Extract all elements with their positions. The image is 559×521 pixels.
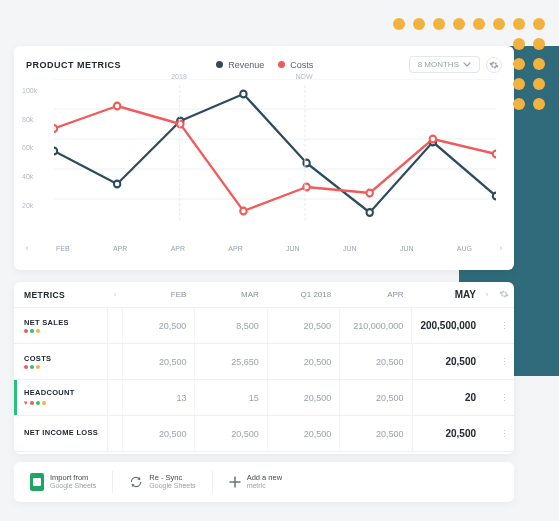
plus-icon [229, 476, 241, 488]
table-col-header: FEB [122, 290, 194, 299]
row-nav-spacer [480, 416, 494, 451]
row-more-button[interactable]: ⋮ [494, 344, 514, 379]
metric-value: 20,500 [339, 344, 411, 379]
svg-point-20 [493, 151, 496, 158]
chart-x-axis: ‹ FEB APR APR APR JUN JUN JUN AUG › [14, 237, 514, 263]
table-cols-next[interactable]: › [480, 290, 494, 299]
row-nav-spacer [480, 344, 494, 379]
metric-name: NET SALES [24, 318, 107, 327]
status-dot [42, 401, 46, 405]
more-vertical-icon: ⋮ [500, 357, 509, 367]
metric-name-cell[interactable]: NET INCOME LOSS [14, 416, 108, 451]
table-cols-prev[interactable]: ‹ [108, 290, 122, 299]
x-label: APR [171, 245, 185, 252]
row-nav-spacer [108, 380, 122, 415]
x-label: JUN [343, 245, 357, 252]
row-nav-spacer [480, 380, 494, 415]
metric-value: 210,000,000 [339, 308, 411, 343]
status-dot [30, 365, 34, 369]
row-nav-spacer [108, 308, 122, 343]
chart-prev-button[interactable]: ‹ [20, 241, 34, 255]
svg-point-18 [366, 190, 372, 197]
legend-label-costs: Costs [290, 60, 313, 70]
metric-value: 20,500 [339, 416, 411, 451]
chart-x-labels: FEB APR APR APR JUN JUN JUN AUG [34, 245, 494, 252]
google-sheets-icon [30, 473, 44, 491]
row-more-button[interactable]: ⋮ [494, 380, 514, 415]
gear-icon [499, 292, 509, 301]
metric-value: 20,500 [122, 308, 194, 343]
chart-marker-year: 2018 [171, 73, 187, 80]
svg-point-8 [240, 91, 246, 98]
ytick: 40k [22, 173, 33, 180]
more-vertical-icon: ⋮ [500, 321, 509, 331]
row-more-button[interactable]: ⋮ [494, 416, 514, 451]
metric-value: 20,500 [267, 380, 339, 415]
chart-next-button[interactable]: › [494, 241, 508, 255]
table-settings-button[interactable] [494, 289, 514, 301]
resync-line1: Re - Sync [149, 474, 195, 482]
metric-value: 20,500 [412, 416, 480, 451]
metric-value: 20 [412, 380, 480, 415]
svg-point-13 [54, 125, 57, 132]
legend-dot-revenue [216, 61, 223, 68]
x-label: APR [228, 245, 242, 252]
metric-value: 20,500 [339, 380, 411, 415]
refresh-icon [129, 475, 143, 489]
table-col-header: MAY [412, 289, 480, 300]
status-dot [36, 365, 40, 369]
metric-value: 13 [122, 380, 194, 415]
table-col-header: Q1 2018 [267, 290, 339, 299]
chart-marker-now: NOW [295, 73, 312, 80]
table-col-header: MAR [194, 290, 266, 299]
metric-name-cell[interactable]: COSTS [14, 344, 108, 379]
table-header-row: METRICS ‹ FEB MAR Q1 2018 APR MAY › [14, 282, 514, 308]
ytick: 80k [22, 115, 33, 122]
table-title: METRICS [14, 290, 108, 300]
row-nav-spacer [108, 344, 122, 379]
metric-name: HEADCOUNT [24, 388, 107, 397]
svg-point-16 [240, 208, 246, 215]
metric-value: 25,650 [194, 344, 266, 379]
metric-value: 20,500 [267, 416, 339, 451]
resync-sheets-button[interactable]: Re - Sync Google Sheets [123, 470, 201, 494]
table-row: COSTS20,50025,65020,50020,50020,500⋮ [14, 344, 514, 380]
ytick: 100k [22, 86, 37, 93]
metrics-table-panel: METRICS ‹ FEB MAR Q1 2018 APR MAY › NET … [14, 282, 514, 454]
row-more-button[interactable]: ⋮ [494, 308, 514, 343]
add-line1: Add a new [247, 474, 282, 482]
more-vertical-icon: ⋮ [500, 429, 509, 439]
footer-toolbar: Import from Google Sheets Re - Sync Goog… [14, 462, 514, 502]
table-row: HEADCOUNT▾131520,50020,50020⋮ [14, 380, 514, 416]
metric-value: 20,500 [267, 308, 339, 343]
row-nav-spacer [480, 308, 494, 343]
ytick: 20k [22, 202, 33, 209]
chart-legend: Revenue Costs [216, 60, 313, 70]
x-label: APR [113, 245, 127, 252]
import-from-sheets-button[interactable]: Import from Google Sheets [24, 469, 102, 495]
resync-line2: Google Sheets [149, 482, 195, 490]
x-label: FEB [56, 245, 70, 252]
status-dot [24, 365, 28, 369]
table-col-header: APR [339, 290, 411, 299]
chart-title: PRODUCT METRICS [26, 60, 121, 70]
metric-name-cell[interactable]: NET SALES [14, 308, 108, 343]
metric-value: 20,500 [194, 416, 266, 451]
legend-label-revenue: Revenue [228, 60, 264, 70]
add-line2: metric [247, 482, 282, 490]
row-nav-spacer [108, 416, 122, 451]
svg-point-6 [114, 181, 120, 188]
decorative-dots [393, 18, 547, 112]
metric-name: COSTS [24, 354, 107, 363]
svg-point-5 [54, 148, 57, 155]
legend-dot-costs [278, 61, 285, 68]
x-label: AUG [457, 245, 472, 252]
import-line1: Import from [50, 474, 96, 482]
status-dot [30, 329, 34, 333]
add-metric-button[interactable]: Add a new metric [223, 470, 288, 494]
more-vertical-icon: ⋮ [500, 393, 509, 403]
metric-name-cell[interactable]: HEADCOUNT▾ [14, 380, 108, 415]
metric-value: 20,500 [267, 344, 339, 379]
status-dot [30, 401, 34, 405]
status-dot [36, 329, 40, 333]
